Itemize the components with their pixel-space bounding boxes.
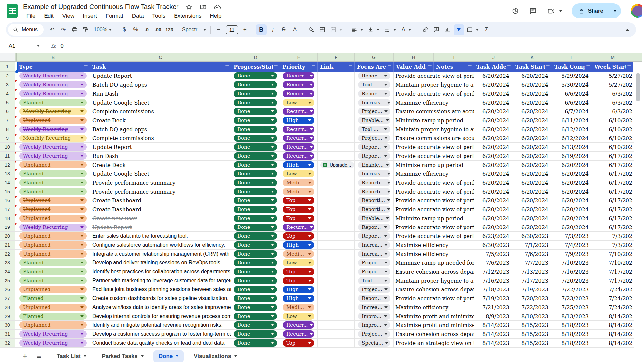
focus-area-chip[interactable]: Projec...	[358, 108, 390, 115]
date-cell[interactable]: 7/24/202	[592, 294, 633, 303]
date-cell[interactable]: 7/3/202	[592, 241, 633, 249]
add-sheet-button[interactable]: +	[19, 350, 31, 362]
priority-cell[interactable]: Recurr...	[280, 89, 318, 98]
date-cell[interactable]: 5/30/2024	[552, 80, 592, 89]
column-letter-M[interactable]: M	[592, 53, 633, 61]
date-cell[interactable]: 7/17/202	[592, 276, 633, 285]
type-cell[interactable]: Planned	[17, 178, 90, 187]
date-cell[interactable]: 6/12/2024	[552, 125, 592, 134]
type-cell[interactable]: Unplanned	[17, 116, 90, 125]
status-cell[interactable]: Done	[231, 169, 280, 178]
menus-button[interactable]: Menus	[8, 24, 44, 36]
row-number[interactable]: 2	[0, 72, 15, 80]
row-number[interactable]: 1	[0, 62, 15, 72]
column-header-task-started[interactable]: Task Started	[513, 62, 552, 72]
borders-button[interactable]	[317, 24, 328, 35]
date-cell[interactable]: 6/20/2024	[474, 116, 513, 125]
focus-area-cell[interactable]: Projec...	[355, 267, 394, 276]
date-cell[interactable]: 6/10/202	[592, 134, 633, 142]
date-cell[interactable]: 6/20/2024	[513, 152, 552, 160]
priority-cell[interactable]: Top	[280, 276, 318, 285]
status-pill[interactable]: Done	[234, 241, 277, 249]
filter-views-button[interactable]	[465, 24, 481, 35]
status-pill[interactable]: Done	[234, 232, 277, 240]
date-cell[interactable]: 8/15/2023	[513, 339, 552, 347]
status-cell[interactable]: Done	[231, 80, 280, 89]
value-add-cell[interactable]: Provide accurate view of performa	[394, 294, 474, 303]
column-header-week-start[interactable]: Week Start	[592, 62, 633, 72]
focus-area-chip[interactable]: Increas...	[358, 170, 390, 177]
task-cell[interactable]: Provide performance summary	[90, 187, 231, 196]
link-cell[interactable]	[318, 339, 355, 347]
link-cell[interactable]	[318, 223, 355, 231]
date-cell[interactable]: 6/20/2024	[513, 116, 552, 125]
row-number[interactable]: 13	[0, 169, 15, 178]
link-cell[interactable]	[318, 152, 355, 160]
filter-icon[interactable]	[545, 64, 550, 69]
create-filter-button[interactable]	[454, 24, 464, 35]
task-cell[interactable]: Create Dashboard	[90, 196, 231, 205]
value-add-cell[interactable]: Minimize ramp up period	[394, 161, 474, 169]
task-cell[interactable]: Develop a customer success program to fo…	[90, 330, 231, 338]
value-add-cell[interactable]: Provide accurate view of performa	[394, 89, 474, 98]
focus-area-cell[interactable]: Impro...	[355, 321, 394, 329]
type-pill[interactable]: Weekly Recurring	[19, 143, 87, 151]
row-number[interactable]: 4	[0, 89, 15, 98]
row-number[interactable]: 24	[0, 267, 15, 276]
date-cell[interactable]: 6/20/2024	[513, 169, 552, 178]
formula-input[interactable]: 0	[60, 43, 64, 49]
date-cell[interactable]: 6/10/202	[592, 116, 633, 125]
date-cell[interactable]: 6/17/202	[592, 214, 633, 223]
undo-button[interactable]: ↶	[47, 24, 57, 35]
date-cell[interactable]: 6/20/2024	[474, 125, 513, 134]
status-cell[interactable]: Done	[231, 285, 280, 294]
cloud-saved-icon[interactable]	[214, 3, 221, 11]
value-add-cell[interactable]: Provide accurate view of performa	[394, 232, 474, 240]
number-format-button[interactable]: 123	[164, 24, 175, 35]
focus-area-cell[interactable]: Increa...	[355, 250, 394, 258]
focus-area-cell[interactable]: Repor...	[355, 143, 394, 151]
column-letter-E[interactable]: E	[280, 53, 318, 61]
priority-pill[interactable]: High	[283, 161, 314, 168]
date-cell[interactable]: 6/3/202	[592, 107, 633, 116]
name-box[interactable]: A1	[6, 43, 43, 49]
date-cell[interactable]: 6/20/2024	[474, 161, 513, 169]
value-add-cell[interactable]: Maintain proper hygeine to avoid	[394, 125, 474, 134]
status-pill[interactable]: Done	[234, 179, 277, 186]
menu-tools[interactable]: Tools	[149, 12, 169, 20]
row-number[interactable]: 10	[0, 143, 15, 151]
increase-font-size-button[interactable]: +	[240, 24, 250, 35]
filter-icon[interactable]	[273, 64, 278, 69]
date-cell[interactable]: 6/20/2024	[513, 72, 552, 80]
type-cell[interactable]: Unplanned	[17, 161, 90, 169]
type-pill[interactable]: Planned	[19, 99, 87, 106]
status-cell[interactable]: Done	[231, 143, 280, 151]
task-cell[interactable]: Develop internal controls for ensuring r…	[90, 312, 231, 320]
status-pill[interactable]: Done	[234, 259, 277, 266]
focus-area-cell[interactable]: Repor...	[355, 152, 394, 160]
link-cell[interactable]	[318, 303, 355, 312]
text-rotation-button[interactable]: A	[399, 24, 414, 35]
filter-icon[interactable]	[83, 64, 88, 69]
status-cell[interactable]: Done	[231, 196, 280, 205]
date-cell[interactable]: 6/6/2024	[552, 98, 592, 107]
type-pill[interactable]: Weekly Recurring	[19, 339, 87, 347]
type-pill[interactable]: Weekly Recurring	[19, 224, 87, 231]
value-add-cell[interactable]: Maximize efficiency	[394, 98, 474, 107]
collapse-toolbar-button[interactable]	[622, 24, 633, 35]
focus-area-cell[interactable]: Enable...	[355, 116, 394, 125]
focus-area-chip[interactable]: Repor...	[358, 152, 390, 160]
menu-format[interactable]: Format	[102, 12, 127, 20]
column-header-progress-status[interactable]: Progress/Status	[231, 62, 280, 72]
comments-icon[interactable]	[529, 7, 537, 15]
row-number[interactable]: 18	[0, 214, 15, 223]
row-number[interactable]: 17	[0, 205, 15, 214]
strikethrough-button[interactable]: S	[278, 24, 289, 35]
focus-area-chip[interactable]: Increa...	[358, 304, 390, 311]
paint-format-button[interactable]	[80, 24, 91, 35]
status-pill[interactable]: Done	[234, 81, 277, 88]
type-cell[interactable]: Weekly Recurring	[17, 125, 90, 134]
scrollbar-thumb[interactable]	[636, 73, 640, 101]
focus-area-cell[interactable]: Reporti...	[355, 178, 394, 187]
link-cell[interactable]	[318, 72, 355, 80]
